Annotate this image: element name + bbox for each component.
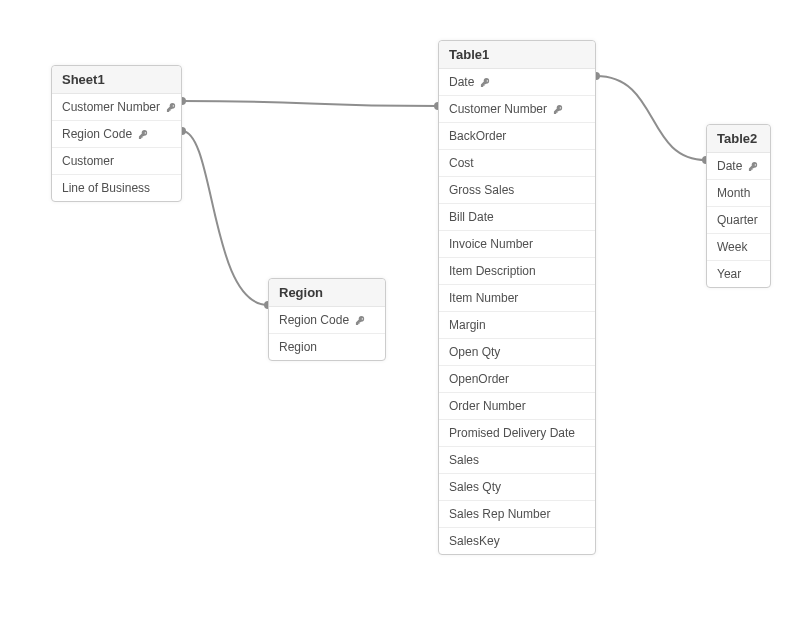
field-label: Quarter: [717, 213, 758, 227]
table-region[interactable]: Region Region Code Region: [268, 278, 386, 361]
field-label: Sales Qty: [449, 480, 501, 494]
field-label: Year: [717, 267, 741, 281]
table-title: Table2: [717, 131, 757, 146]
field-label: Bill Date: [449, 210, 494, 224]
table-row[interactable]: Promised Delivery Date: [439, 419, 595, 446]
field-label: OpenOrder: [449, 372, 509, 386]
table-title: Region: [279, 285, 323, 300]
field-label: Invoice Number: [449, 237, 533, 251]
table-row[interactable]: Sales Qty: [439, 473, 595, 500]
field-label: Customer Number: [62, 100, 160, 114]
table-header[interactable]: Table1: [439, 41, 595, 69]
key-icon: [166, 102, 177, 113]
field-label: Region: [279, 340, 317, 354]
table-row[interactable]: Margin: [439, 311, 595, 338]
table-row[interactable]: Bill Date: [439, 203, 595, 230]
field-label: Region Code: [279, 313, 349, 327]
table-row[interactable]: Item Description: [439, 257, 595, 284]
field-label: Week: [717, 240, 747, 254]
field-label: BackOrder: [449, 129, 506, 143]
field-label: Item Number: [449, 291, 518, 305]
table-row[interactable]: Gross Sales: [439, 176, 595, 203]
table-rows: Date Month Quarter Week Year: [707, 153, 770, 287]
table-row[interactable]: Customer: [52, 147, 181, 174]
key-icon: [355, 315, 366, 326]
field-label: Customer: [62, 154, 114, 168]
field-label: Sales Rep Number: [449, 507, 550, 521]
key-icon: [138, 129, 149, 140]
table-row[interactable]: Sales: [439, 446, 595, 473]
table-row[interactable]: Invoice Number: [439, 230, 595, 257]
field-label: Promised Delivery Date: [449, 426, 575, 440]
table-row[interactable]: Customer Number: [439, 95, 595, 122]
table-table2[interactable]: Table2 Date Month Quarter Week Year: [706, 124, 771, 288]
field-label: Cost: [449, 156, 474, 170]
table-rows: Customer Number Region Code Customer Lin…: [52, 94, 181, 201]
table-row[interactable]: Sales Rep Number: [439, 500, 595, 527]
table-row[interactable]: Quarter: [707, 206, 770, 233]
key-icon: [480, 77, 491, 88]
table-row[interactable]: Date: [439, 69, 595, 95]
table-row[interactable]: Week: [707, 233, 770, 260]
table-row[interactable]: OpenOrder: [439, 365, 595, 392]
table-row[interactable]: Cost: [439, 149, 595, 176]
field-label: Gross Sales: [449, 183, 514, 197]
key-icon: [553, 104, 564, 115]
table-row[interactable]: SalesKey: [439, 527, 595, 554]
field-label: Date: [717, 159, 742, 173]
table-row[interactable]: BackOrder: [439, 122, 595, 149]
table-row[interactable]: Region Code: [52, 120, 181, 147]
table-header[interactable]: Sheet1: [52, 66, 181, 94]
field-label: Item Description: [449, 264, 536, 278]
table-row[interactable]: Open Qty: [439, 338, 595, 365]
diagram-canvas: Sheet1 Customer Number Region Code Custo…: [0, 0, 799, 628]
table-header[interactable]: Table2: [707, 125, 770, 153]
table-header[interactable]: Region: [269, 279, 385, 307]
table-row[interactable]: Region: [269, 333, 385, 360]
field-label: Sales: [449, 453, 479, 467]
field-label: Date: [449, 75, 474, 89]
table-row[interactable]: Region Code: [269, 307, 385, 333]
table-title: Sheet1: [62, 72, 105, 87]
field-label: Month: [717, 186, 750, 200]
table-sheet1[interactable]: Sheet1 Customer Number Region Code Custo…: [51, 65, 182, 202]
table-row[interactable]: Year: [707, 260, 770, 287]
field-label: Margin: [449, 318, 486, 332]
table-table1[interactable]: Table1 Date Customer Number BackOrder Co…: [438, 40, 596, 555]
table-row[interactable]: Order Number: [439, 392, 595, 419]
field-label: Region Code: [62, 127, 132, 141]
field-label: Order Number: [449, 399, 526, 413]
table-row[interactable]: Date: [707, 153, 770, 179]
key-icon: [748, 161, 759, 172]
table-row[interactable]: Line of Business: [52, 174, 181, 201]
table-rows: Region Code Region: [269, 307, 385, 360]
field-label: Line of Business: [62, 181, 150, 195]
table-row[interactable]: Month: [707, 179, 770, 206]
field-label: Customer Number: [449, 102, 547, 116]
table-rows: Date Customer Number BackOrder Cost Gros…: [439, 69, 595, 554]
field-label: SalesKey: [449, 534, 500, 548]
field-label: Open Qty: [449, 345, 500, 359]
table-row[interactable]: Item Number: [439, 284, 595, 311]
table-row[interactable]: Customer Number: [52, 94, 181, 120]
table-title: Table1: [449, 47, 489, 62]
